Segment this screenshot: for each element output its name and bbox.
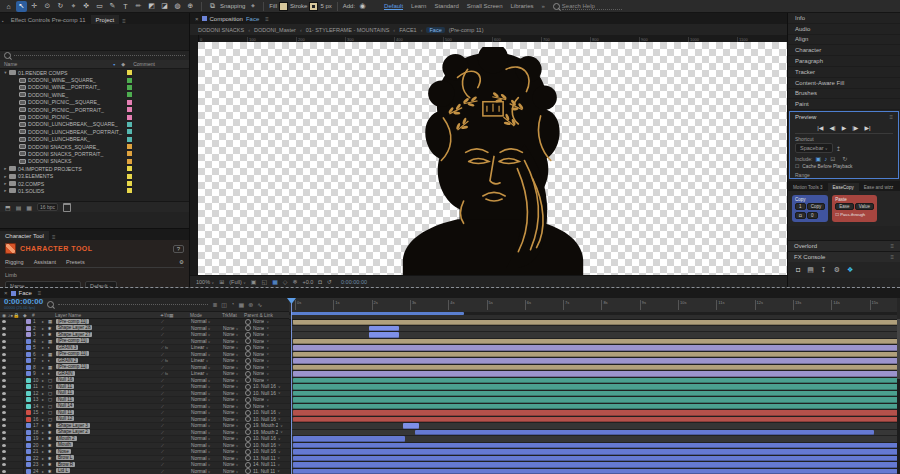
layer-duration-bar[interactable] <box>293 391 899 397</box>
layer-trkmat-select[interactable]: None ∨ <box>223 449 245 454</box>
breadcrumb-current[interactable]: Face <box>426 27 444 33</box>
tab-character-tool[interactable]: Character Tool <box>0 231 49 240</box>
layer-av-switches[interactable] <box>8 326 24 332</box>
workspace-more-icon[interactable]: » <box>542 3 545 9</box>
workspace-tab-learn[interactable]: Learn <box>411 3 426 9</box>
label-color-swatch[interactable] <box>127 92 132 97</box>
layer-track[interactable] <box>290 326 900 332</box>
script-tab-easecopy[interactable]: EaseCopy <box>828 183 859 191</box>
panel-header-info[interactable]: Info <box>788 13 900 24</box>
layer-switches[interactable]: ⟋ <box>161 456 191 461</box>
layer-track[interactable] <box>290 417 900 423</box>
label-color-swatch[interactable] <box>127 174 132 179</box>
layer-duration-bar[interactable] <box>293 456 899 462</box>
layer-visibility-icon[interactable] <box>0 384 8 389</box>
layer-label-swatch[interactable] <box>24 345 33 350</box>
layer-label-swatch[interactable] <box>24 430 33 435</box>
layer-parent-select[interactable]: 13. Null 11∨ <box>245 455 290 461</box>
label-color-swatch[interactable] <box>127 100 132 105</box>
layer-mode-select[interactable]: Normal ∨ <box>191 397 223 402</box>
layer-parent-select[interactable]: None∨ <box>245 371 290 377</box>
layer-name-cell[interactable]: Null 14 <box>56 403 161 409</box>
mode-column[interactable]: Mode <box>190 313 222 318</box>
label-column-icon[interactable]: ◆ <box>121 61 125 67</box>
layer-trkmat-select[interactable]: None ∨ <box>223 384 245 389</box>
project-item[interactable]: ▾01.RENDER COMPS <box>0 69 189 76</box>
layer-visibility-icon[interactable] <box>0 462 8 467</box>
timeline-search-input[interactable] <box>58 304 208 305</box>
hand-tool[interactable]: ✛ <box>29 1 40 12</box>
comp-panel-menu-icon[interactable]: ≡ <box>265 16 269 22</box>
layer-mode-select[interactable]: Normal ∨ <box>191 462 223 467</box>
layer-trkmat-select[interactable]: None ∨ <box>223 430 245 435</box>
layer-visibility-icon[interactable] <box>0 443 8 448</box>
layer-visibility-icon[interactable] <box>0 404 8 409</box>
snapping-icon[interactable]: ⧉ <box>207 1 218 12</box>
video-column-icon[interactable]: ◉ <box>0 313 8 318</box>
passthrough-row[interactable]: ☐ Pass-through <box>835 212 874 217</box>
work-area-bar[interactable] <box>291 312 464 315</box>
layer-trkmat-select[interactable]: None ∨ <box>223 456 245 461</box>
panel-header-tracker[interactable]: Tracker <box>788 67 900 78</box>
layer-av-switches[interactable] <box>8 456 24 462</box>
project-item[interactable]: DODONI SNACKS <box>0 158 189 165</box>
layer-name-cell[interactable]: GRAIN 2 <box>56 358 161 364</box>
layer-av-switches[interactable] <box>8 352 24 358</box>
breadcrumb-item[interactable]: 01- STYLEFRAME - MOUNTAINS <box>306 27 390 33</box>
layer-label-swatch[interactable] <box>24 326 33 331</box>
layer-track[interactable] <box>290 449 900 455</box>
easecopy-copies-field[interactable]: 1 <box>795 203 806 210</box>
layer-visibility-icon[interactable] <box>0 391 8 396</box>
sort-arrow-icon[interactable]: ▾ <box>113 62 115 67</box>
layer-mode-select[interactable]: Normal ∨ <box>191 319 223 324</box>
layer-switches[interactable]: ⟋ <box>161 391 191 396</box>
layer-duration-bar[interactable] <box>403 423 419 429</box>
layer-label-swatch[interactable] <box>24 371 33 376</box>
comp-panel-label[interactable]: Composition <box>210 16 243 22</box>
layer-track[interactable] <box>290 430 900 436</box>
layer-duration-bar[interactable] <box>415 430 874 436</box>
layer-trkmat-select[interactable]: None ∨ <box>223 352 245 357</box>
layer-visibility-icon[interactable] <box>0 397 8 402</box>
layer-mode-select[interactable]: Normal ∨ <box>191 469 223 474</box>
layer-mode-select[interactable]: Normal ∨ <box>191 410 223 415</box>
layer-mode-select[interactable]: Normal ∨ <box>191 378 223 383</box>
layer-duration-bar[interactable] <box>293 339 899 345</box>
layer-track[interactable] <box>290 397 900 403</box>
panel-header-content-aware-fill[interactable]: Content-Aware Fill <box>788 78 900 89</box>
layer-track[interactable] <box>290 443 900 449</box>
layer-visibility-icon[interactable] <box>0 469 8 474</box>
layer-visibility-icon[interactable] <box>0 365 8 370</box>
layer-label-swatch[interactable] <box>24 456 33 461</box>
breadcrumb-item[interactable]: DODONI SNACKS <box>198 27 244 33</box>
layer-duration-bar[interactable] <box>369 326 399 332</box>
character-tool-tab-assistant[interactable]: Assistant <box>34 259 56 265</box>
project-col-comment[interactable]: Comment <box>133 61 155 67</box>
layer-track[interactable] <box>290 332 900 338</box>
layer-name-cell[interactable]: Mouth 2 <box>56 436 161 442</box>
layer-parent-select[interactable]: None∨ <box>245 351 290 357</box>
layer-parent-select[interactable]: 19. Mouth 2∨ <box>245 429 290 435</box>
layer-row[interactable]: 24▸✱Lid L⟋Normal ∨None ∨11. Null 11∨ <box>0 469 900 474</box>
layer-trkmat-select[interactable]: None ∨ <box>223 391 245 396</box>
layer-parent-select[interactable]: 11. Null 11∨ <box>245 468 290 474</box>
project-item[interactable]: DODONI_WINE__PORTRAIT_ <box>0 84 189 91</box>
label-color-swatch[interactable] <box>127 159 132 164</box>
layer-name-cell[interactable]: GRAIN <box>56 371 161 377</box>
layer-parent-select[interactable]: 10. Null 16∨ <box>245 390 290 396</box>
layer-name-cell[interactable]: Null 11 <box>56 397 161 403</box>
previous-frame-button[interactable]: ◀| <box>830 124 836 131</box>
layer-parent-select[interactable]: None∨ <box>245 345 290 351</box>
include-audio-icon[interactable]: ♪ <box>824 156 827 162</box>
layer-mode-select[interactable]: Normal ∨ <box>191 430 223 435</box>
project-item[interactable]: ▸04.IMPORTED PROJECTS <box>0 165 189 172</box>
layer-label-swatch[interactable] <box>24 391 33 396</box>
layer-visibility-icon[interactable] <box>0 449 8 454</box>
add-menu-icon[interactable]: ◉ <box>357 1 368 12</box>
layer-trkmat-select[interactable]: None ∨ <box>223 410 245 415</box>
workspace-tab-default[interactable]: Default <box>384 3 403 10</box>
exposure-icon[interactable]: ❄ <box>292 278 297 285</box>
layer-parent-select[interactable]: None∨ <box>245 358 290 364</box>
layer-track[interactable] <box>290 371 900 377</box>
new-composition-icon[interactable]: ▦ <box>26 204 32 211</box>
